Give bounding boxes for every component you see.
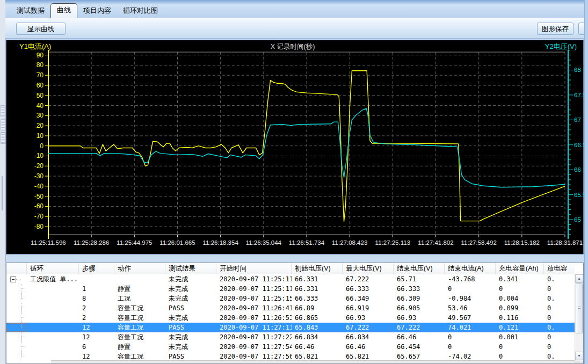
column-header[interactable]: 步骤 [79,263,114,274]
tree-cell [6,284,27,294]
x-axis-title: X 记录时间(秒) [271,43,315,50]
svg-text:40: 40 [37,102,44,110]
table-cell [27,303,79,313]
tree-branch-line [21,284,26,294]
table-cell: 0. [544,294,575,303]
table-cell: 0 [445,332,496,342]
table-vertical-scrollbar[interactable]: ▲ ▼ [575,274,583,363]
tree-cell [6,332,27,342]
table-cell [27,332,79,342]
table-cell [79,274,114,284]
table-cell: 未完成 [165,313,216,323]
tree-branch-line [21,352,26,361]
table-cell: 2020-09-07 11:25:15 [216,294,292,303]
scrollbar-thumb[interactable] [576,283,583,333]
table-cell: 66.46 [343,342,394,352]
column-header[interactable]: 初始电压(V) [292,263,343,274]
column-header[interactable]: 测试结果 [165,263,216,274]
tab-test-data[interactable]: 测试数据 [11,4,50,18]
column-header[interactable]: 循环 [27,263,79,274]
table-cell: 容量工况 [114,313,165,323]
table-cell: 66.333 [394,284,445,294]
y2-axis-title: Y2电压(V) [545,42,577,50]
toolbar: 显示曲线 图形保存 曲 [5,18,584,39]
column-header[interactable]: 充电容量(Ah) [496,263,544,274]
y1-axis-title: Y1电流(A) [19,42,51,50]
table-row[interactable]: 12容量工况未完成2020-09-07 11:27:2266.83466.834… [6,332,575,342]
table-cell: 0.341 [496,274,544,284]
clipped-curve-button[interactable]: 曲 [578,23,584,35]
scroll-up-icon[interactable]: ▲ [575,274,583,283]
scroll-down-icon[interactable]: ▼ [575,352,583,360]
table-cell: 容量工况 [114,303,165,313]
tree-branch-line [21,342,26,352]
table-cell: 66.331 [292,274,343,284]
table-cell: 66.905 [394,303,445,313]
table-cell: 2020-09-07 11:27:22 [216,332,292,342]
table-cell: 0.116 [496,313,544,323]
table-cell: 容量工况 [114,323,165,332]
column-header[interactable]: 放电容 [544,263,575,274]
tab-cycle-compare[interactable]: 循环对比图 [117,4,164,18]
tree-expander-icon[interactable] [10,276,16,282]
tree-branch-line [21,313,26,323]
svg-text:11:25:44.975: 11:25:44.975 [117,239,152,246]
window-right-strip [584,0,588,364]
tab-project-content[interactable]: 项目内容 [77,4,117,18]
table-cell: 49.567 [445,313,496,323]
svg-text:11:26:35.044: 11:26:35.044 [246,239,282,246]
svg-text:11:28:31.871: 11:28:31.871 [547,239,583,246]
table-row[interactable]: 6静置未完成2020-09-07 11:27:5466.4666.4666.45… [6,342,575,352]
svg-text:11:27:58.492: 11:27:58.492 [461,239,497,246]
column-header-tree[interactable] [6,263,27,274]
table-cell [27,284,79,294]
table-row[interactable]: 2容量工况PASS2020-09-07 11:26:4166.8966.9196… [6,303,575,313]
column-header[interactable]: 结束电流(A) [445,263,496,274]
column-header[interactable]: 动作 [114,263,165,274]
tree-branch-line [21,332,26,342]
table-row[interactable]: 8工况未完成2020-09-07 11:25:1566.33366.34966.… [6,294,575,303]
table-cell: -43.768 [445,274,496,284]
table-cell: -0.984 [445,294,496,303]
table-body: 工况限值 单...未完成2020-09-07 11:25:1166.33167.… [6,274,575,363]
table-cell: 12 [79,332,114,342]
table-horizontal-scrollbar[interactable] [51,360,575,363]
svg-text:11:28:15.182: 11:28:15.182 [504,239,540,246]
svg-text:10: 10 [37,132,44,140]
table-row[interactable]: 1静置未完成2020-09-07 11:25:1166.33166.33366.… [6,284,575,294]
background-splitter [2,176,3,210]
column-header[interactable]: 结束电压(V) [394,263,445,274]
table-cell: 6 [79,342,114,352]
table-cell: 未完成 [165,284,216,294]
table-cell: 容量工况 [114,332,165,342]
column-header[interactable]: 开始时间 [216,263,292,274]
table-cell: 未完成 [165,274,216,284]
table-cell: 0. [544,323,575,332]
svg-text:11:27:08.423: 11:27:08.423 [332,239,367,246]
background-icon [1,119,5,130]
table-cell: 66.919 [343,303,394,313]
table-cell: 0. [544,274,575,284]
column-header[interactable]: 最大电压(V) [343,263,394,274]
table-cell: 2020-09-07 11:25:11 [216,274,292,284]
table-cell: 67.222 [343,323,394,332]
tree-branch-line [21,294,26,303]
tab-curve[interactable]: 曲线 [50,3,77,18]
table-cell: 未完成 [165,342,216,352]
table-cell: 12 [79,323,114,332]
svg-text:-50: -50 [34,193,44,200]
tab-bar: 测试数据 曲线 项目内容 循环对比图 [5,5,584,18]
table-cell: 1 [79,284,114,294]
table-row[interactable]: 工况限值 单...未完成2020-09-07 11:25:1166.33167.… [6,274,575,284]
table-cell: 66.93 [343,313,394,323]
table-row[interactable]: 12容量工况PASS2020-09-07 11:27:1165.84367.22… [6,323,575,332]
table-cell: 0 [544,313,575,323]
table-cell: 2020-09-07 11:26:53 [216,313,292,323]
table-cell: 66.89 [292,303,343,313]
table-row[interactable]: 2容量工况未完成2020-09-07 11:26:5366.86566.9366… [6,313,575,323]
tree-branch-line [21,303,26,313]
tree-cell [6,323,27,332]
save-graphic-button[interactable]: 图形保存 [537,23,574,35]
show-curve-button[interactable]: 显示曲线 [16,23,66,35]
chart-canvas: Y1电流(A) X 记录时间(秒) Y2电压(V) -80-70-60-50-4… [6,40,583,254]
